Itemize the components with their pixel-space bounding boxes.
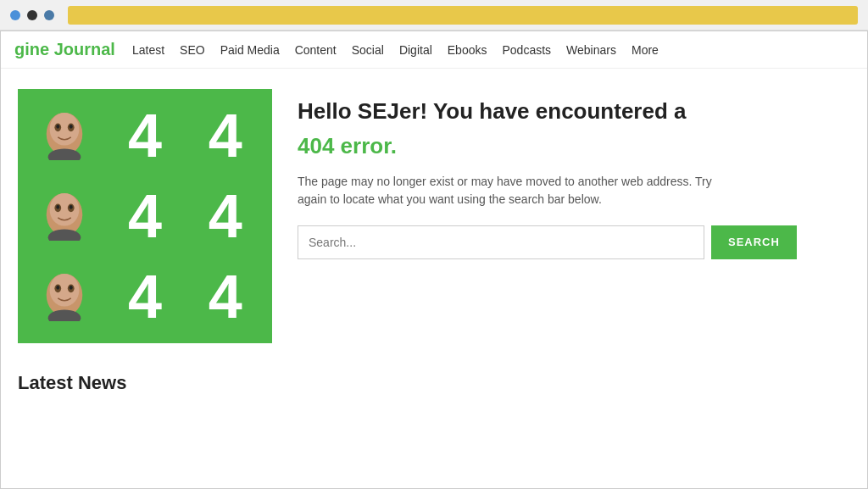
face-icon-3	[40, 272, 89, 321]
grid-cell-3: 4	[186, 97, 264, 175]
nav-link-webinars[interactable]: Webinars	[566, 43, 616, 57]
nav-item-webinars[interactable]: Webinars	[566, 42, 616, 58]
nav-item-latest[interactable]: Latest	[132, 42, 164, 58]
grid-cell-2: 4	[107, 97, 184, 175]
logo-prefix: gine	[14, 40, 54, 58]
address-bar[interactable]	[68, 6, 858, 25]
page-wrapper: gine Journal Latest SEO Paid Media Conte…	[0, 31, 868, 489]
four-digit-2: 4	[209, 105, 242, 166]
error-subtitle: 404 error.	[298, 133, 850, 159]
svg-point-13	[48, 229, 81, 241]
grid-cell-8: 4	[107, 258, 184, 335]
latest-news-heading: Latest News	[1, 364, 867, 403]
nav-link-latest[interactable]: Latest	[132, 43, 164, 57]
nav-link-more[interactable]: More	[632, 43, 659, 57]
nav-link-social[interactable]: Social	[352, 43, 384, 57]
grid-cell-7	[26, 258, 103, 335]
svg-point-20	[48, 309, 81, 321]
four-digit-4: 4	[209, 186, 242, 247]
grid-cell-9: 4	[186, 258, 264, 335]
face-icon-2	[40, 192, 89, 241]
traffic-light-maximize[interactable]	[44, 10, 54, 20]
svg-point-19	[70, 286, 73, 290]
grid-cell-4	[26, 178, 103, 255]
svg-point-1	[50, 113, 80, 146]
face-icon-1	[40, 111, 89, 160]
four-digit-6: 4	[209, 266, 242, 327]
nav-item-paid-media[interactable]: Paid Media	[220, 42, 280, 58]
navbar: gine Journal Latest SEO Paid Media Conte…	[1, 31, 867, 69]
four-digit-5: 4	[128, 266, 162, 327]
svg-point-11	[57, 205, 60, 209]
nav-item-ebooks[interactable]: Ebooks	[448, 42, 487, 58]
search-button[interactable]: SEARCH	[711, 225, 797, 259]
nav-link-ebooks[interactable]: Ebooks	[448, 43, 487, 57]
nav-link-seo[interactable]: SEO	[180, 43, 205, 57]
nav-link-content[interactable]: Content	[295, 43, 337, 57]
nav-link-digital[interactable]: Digital	[399, 43, 432, 57]
svg-point-8	[50, 193, 80, 226]
nav-link-podcasts[interactable]: Podcasts	[502, 43, 551, 57]
svg-point-6	[48, 149, 81, 161]
grid-cell-1	[26, 97, 103, 175]
error-description: The page may no longer exist or may have…	[298, 173, 721, 208]
nav-links: Latest SEO Paid Media Content Social Dig…	[132, 42, 659, 58]
nav-item-content[interactable]: Content	[295, 42, 337, 58]
grid-cell-5: 4	[107, 178, 184, 255]
nav-item-seo[interactable]: SEO	[180, 42, 205, 58]
nav-item-digital[interactable]: Digital	[399, 42, 432, 58]
grid-cell-6: 4	[186, 178, 264, 255]
search-input[interactable]	[298, 225, 704, 259]
traffic-light-close[interactable]	[10, 10, 20, 20]
error-image-grid: 4 4 4	[18, 89, 272, 343]
nav-item-podcasts[interactable]: Podcasts	[502, 42, 551, 58]
four-digit-1: 4	[128, 105, 162, 166]
svg-point-4	[57, 125, 60, 129]
nav-item-more[interactable]: More	[632, 42, 659, 58]
four-digit-3: 4	[128, 186, 162, 247]
nav-item-social[interactable]: Social	[352, 42, 384, 58]
error-title: Hello SEJer! You have encountered a	[298, 97, 850, 126]
browser-chrome	[0, 0, 868, 31]
search-row: SEARCH	[298, 225, 850, 259]
traffic-light-minimize[interactable]	[27, 10, 37, 20]
logo-suffix: Journal	[54, 40, 115, 58]
main-content: 4 4 4	[1, 69, 867, 364]
nav-link-paid-media[interactable]: Paid Media	[220, 43, 280, 57]
site-logo[interactable]: gine Journal	[14, 40, 115, 59]
svg-point-15	[50, 274, 80, 307]
svg-point-18	[57, 286, 60, 290]
error-panel: Hello SEJer! You have encountered a 404 …	[298, 89, 850, 343]
svg-point-5	[70, 125, 73, 129]
svg-point-12	[70, 205, 73, 209]
